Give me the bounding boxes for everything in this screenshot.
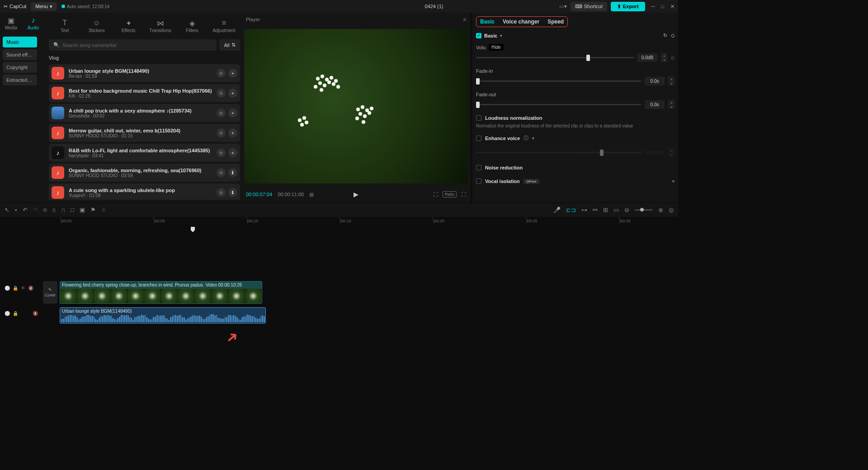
track-item[interactable]: ♪ Best for video background music Chill … [49, 84, 240, 102]
info-icon[interactable]: ⓘ [524, 135, 528, 141]
menu-button[interactable]: Menu ▾ [31, 2, 57, 11]
favorite-button[interactable]: ☆ [217, 148, 226, 157]
nav-filters[interactable]: ◈Filters [176, 15, 208, 37]
mute-icon[interactable]: 🔇 [33, 311, 38, 316]
nav-effects[interactable]: ✦Effects [113, 15, 144, 37]
preview-icon[interactable]: ⊞ [603, 207, 608, 213]
zoom-slider[interactable] [635, 209, 653, 211]
cover-button[interactable]: ✎ Cover [43, 281, 57, 304]
timeline-ruler[interactable]: |00:00 |00:05 |00:10 |00:15 |00:20 |00:2… [59, 217, 678, 227]
marker-icon[interactable]: ⚑ [90, 207, 96, 213]
tab-voice-changer[interactable]: Voice changer [503, 19, 539, 25]
nav-transitions[interactable]: ⋈Transitions [144, 15, 176, 37]
favorite-button[interactable]: ☆ [217, 108, 226, 118]
menu-icon[interactable]: ≡ [463, 17, 466, 22]
zoom-out-icon[interactable]: ⊖ [624, 207, 629, 213]
track-item[interactable]: ♪ Merrow guitar, chill out, winter, emo … [49, 124, 240, 142]
nav-text[interactable]: TText [49, 15, 80, 37]
fadeout-slider[interactable] [476, 104, 641, 105]
favorite-button[interactable]: ☆ [217, 168, 226, 177]
quality-icon[interactable]: ▦ [309, 192, 314, 197]
chevron-down-icon[interactable]: ▾ [532, 136, 534, 141]
close-button[interactable]: ✕ [670, 4, 675, 9]
loudness-checkbox[interactable] [476, 115, 481, 121]
lock-icon[interactable]: 🔒 [13, 286, 18, 291]
fit-icon[interactable]: ◎ [669, 207, 674, 213]
chevron-down-icon[interactable]: ▾ [500, 33, 502, 38]
track-item[interactable]: ♪ R&B with Lo-Fi, light and comfortable … [49, 144, 240, 162]
chevron-down-icon[interactable]: ▾ [15, 208, 17, 212]
enhance-checkbox[interactable] [476, 136, 481, 141]
noise-checkbox[interactable] [476, 165, 481, 170]
volume-slider[interactable] [476, 57, 634, 58]
favorite-button[interactable]: ☆ [217, 128, 226, 137]
track-item[interactable]: ♪ A cute song with a sparkling ukulele-l… [49, 183, 240, 200]
download-button[interactable]: ⬇ [228, 168, 237, 177]
ratio-button[interactable]: Ratio [443, 191, 457, 197]
add-button[interactable]: + [228, 108, 237, 118]
tab-speed[interactable]: Speed [547, 19, 564, 25]
play-button[interactable]: ▶ [354, 191, 359, 198]
video-preview[interactable] [244, 29, 468, 183]
nav-audio[interactable]: ♪Audio [22, 13, 44, 34]
fullscreen-icon[interactable]: ⛶ [461, 192, 466, 197]
split-icon[interactable]: ⎋ [43, 207, 47, 213]
volume-value[interactable]: 0.0dB [637, 53, 657, 62]
fadeout-value[interactable]: 0.0s [645, 100, 665, 109]
crop-icon[interactable]: ⛶ [433, 192, 438, 197]
audio-clip[interactable]: Urban lounge style BGM(1148490) [60, 307, 266, 324]
track-item[interactable]: A chill pop truck with a sexy atmosphere… [49, 104, 240, 122]
basic-checkbox[interactable]: ✓ [476, 33, 481, 38]
chevron-down-icon[interactable]: ▾ [672, 179, 675, 183]
track-item[interactable]: ♪ Urban lounge style BGM(1148490)Re-lax … [49, 64, 240, 82]
maximize-button[interactable]: □ [661, 4, 664, 9]
delete-icon[interactable]: □ [71, 207, 74, 213]
filter-all-button[interactable]: All ⇅ [219, 39, 240, 51]
favorite-button[interactable]: ☆ [217, 188, 226, 197]
fadein-slider[interactable] [476, 80, 641, 82]
fadein-value[interactable]: 0.0s [645, 77, 665, 85]
zoom-in-icon[interactable]: ⊕ [658, 207, 663, 213]
track-icon[interactable]: ▭ [613, 207, 619, 213]
fadeout-stepper[interactable]: ▴▾ [668, 100, 675, 109]
favorite-button[interactable]: ☆ [217, 69, 226, 78]
split-left-icon[interactable]: ⎌ [52, 207, 56, 213]
search-input[interactable]: 🔍 Search song name/artist [49, 39, 217, 51]
subnav-music[interactable]: Music [3, 37, 37, 47]
nav-stickers[interactable]: ☺Stickers [80, 15, 112, 37]
video-clip[interactable]: Flowering bird cherry spring close-up, b… [60, 281, 262, 304]
timeline[interactable]: |00:00 |00:05 |00:10 |00:15 |00:20 |00:2… [0, 217, 678, 367]
mute-icon[interactable]: 🔇 [28, 286, 33, 291]
shortcut-button[interactable]: ⌨ Shortcut [571, 2, 607, 11]
vocal-checkbox[interactable] [476, 179, 481, 184]
add-button[interactable]: + [228, 89, 237, 98]
subnav-extracted[interactable]: Extracted a... [3, 75, 37, 85]
nav-adjustment[interactable]: ≡Adjustment [208, 15, 240, 37]
link-icon[interactable]: ⊶ [581, 207, 587, 213]
lock-icon[interactable]: ⚪ [5, 286, 10, 291]
reset-icon[interactable]: ↻ [663, 33, 667, 38]
track-item[interactable]: ♪ Organic, fashionable, morning, refresh… [49, 164, 240, 182]
magnet-icon[interactable]: ⊏⊐ [566, 207, 576, 213]
subnav-copyright[interactable]: Copyright [3, 62, 37, 73]
layout-icon[interactable]: ▭▾ [559, 3, 567, 9]
download-button[interactable]: ⬇ [228, 188, 237, 197]
fadein-stepper[interactable]: ▴▾ [668, 76, 675, 85]
split-right-icon[interactable]: ⎍ [61, 207, 65, 213]
volume-stepper[interactable]: ▴▾ [661, 53, 667, 62]
add-button[interactable]: + [228, 148, 237, 157]
keyframe-diamond-icon[interactable]: ◇ [671, 33, 675, 38]
pointer-icon[interactable]: ↖ [5, 207, 9, 213]
subnav-sound-effects[interactable]: Sound effe... [3, 49, 37, 60]
undo-icon[interactable]: ↶ [23, 207, 28, 213]
redo-icon[interactable]: ↷ [33, 207, 38, 213]
add-button[interactable]: + [228, 128, 237, 137]
chain-icon[interactable]: ⚯ [593, 207, 598, 213]
eye-icon[interactable]: 👁 [21, 286, 25, 291]
mic-icon[interactable]: 🎤 [553, 207, 561, 213]
lock-icon[interactable]: 🔒 [13, 311, 18, 316]
lock-icon[interactable]: ⚪ [5, 311, 10, 316]
add-button[interactable]: + [228, 69, 237, 78]
tab-basic[interactable]: Basic [480, 19, 495, 25]
favorite-button[interactable]: ☆ [217, 89, 226, 98]
